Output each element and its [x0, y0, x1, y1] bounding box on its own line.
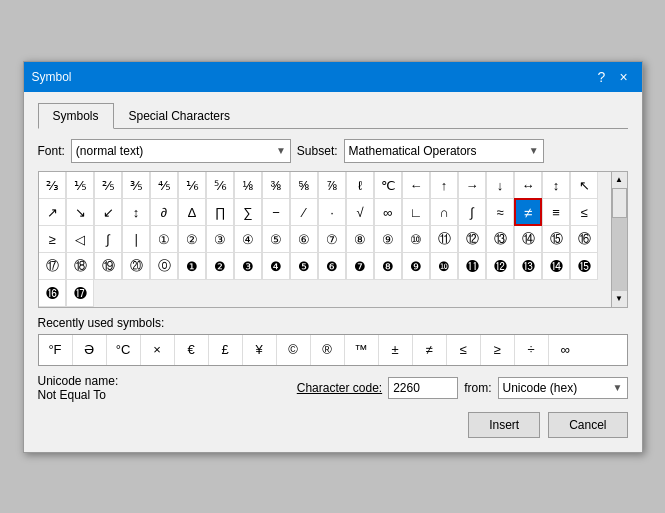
recent-cell[interactable]: ® [311, 335, 345, 365]
cancel-button[interactable]: Cancel [548, 412, 627, 438]
recent-cell[interactable]: ∞ [549, 335, 583, 365]
recent-cell[interactable]: ± [379, 335, 413, 365]
scrollbar[interactable]: ▲ ▼ [611, 171, 628, 308]
symbol-cell[interactable]: ❺ [290, 252, 318, 280]
scroll-up-button[interactable]: ▲ [612, 172, 627, 188]
from-select[interactable]: Unicode (hex) ▼ [498, 377, 628, 399]
symbol-cell[interactable]: ❿ [430, 252, 458, 280]
symbol-cell[interactable]: ④ [234, 225, 262, 253]
symbol-cell[interactable]: ∩ [430, 198, 458, 226]
close-button[interactable]: × [614, 68, 634, 86]
symbol-cell[interactable]: ↙ [94, 198, 122, 226]
recent-cell[interactable]: ≥ [481, 335, 515, 365]
symbol-cell[interactable]: ⑬ [486, 225, 514, 253]
recent-cell[interactable]: € [175, 335, 209, 365]
symbol-cell[interactable]: ❸ [234, 252, 262, 280]
help-button[interactable]: ? [592, 68, 612, 86]
symbol-cell[interactable]: ⑦ [318, 225, 346, 253]
subset-select[interactable]: Mathematical Operators ▼ [344, 139, 544, 163]
symbol-cell[interactable]: ⅖ [94, 171, 122, 199]
scroll-down-button[interactable]: ▼ [612, 291, 627, 307]
symbol-cell[interactable]: ⅚ [206, 171, 234, 199]
scroll-track[interactable] [612, 188, 627, 291]
symbol-cell[interactable]: ❹ [262, 252, 290, 280]
symbol-cell[interactable]: ↔ [514, 171, 542, 199]
recent-cell[interactable]: °F [39, 335, 73, 365]
symbol-cell[interactable]: ⅛ [234, 171, 262, 199]
symbol-cell[interactable]: ❻ [318, 252, 346, 280]
symbol-cell[interactable]: ∙ [318, 198, 346, 226]
symbol-cell[interactable]: ③ [206, 225, 234, 253]
symbol-cell[interactable]: ∕ [290, 198, 318, 226]
symbol-cell[interactable]: ⓯ [570, 252, 598, 280]
symbol-cell[interactable]: ∞ [374, 198, 402, 226]
char-code-input[interactable] [388, 377, 458, 399]
symbol-cell[interactable]: ℃ [374, 171, 402, 199]
symbol-cell[interactable]: ↖ [570, 171, 598, 199]
symbol-cell[interactable]: ⑧ [346, 225, 374, 253]
symbol-cell[interactable]: → [458, 171, 486, 199]
symbol-cell[interactable]: ⑨ [374, 225, 402, 253]
symbol-cell[interactable]: ⓪ [150, 252, 178, 280]
symbol-cell[interactable]: ⅘ [150, 171, 178, 199]
symbol-cell[interactable]: ⑤ [262, 225, 290, 253]
char-code-label[interactable]: Character code: [297, 381, 382, 395]
symbol-cell[interactable]: ≥ [38, 225, 66, 253]
symbol-cell[interactable]: ↘ [66, 198, 94, 226]
symbol-cell[interactable]: − [262, 198, 290, 226]
symbol-cell[interactable]: ⅗ [122, 171, 150, 199]
recent-cell[interactable]: © [277, 335, 311, 365]
symbol-cell[interactable]: ⑱ [66, 252, 94, 280]
symbol-cell[interactable]: ⑪ [430, 225, 458, 253]
symbol-cell[interactable]: ❾ [402, 252, 430, 280]
symbol-cell[interactable]: ↗ [38, 198, 66, 226]
symbol-cell[interactable]: ∣ [122, 225, 150, 253]
symbol-cell[interactable]: ∏ [206, 198, 234, 226]
symbol-cell[interactable]: ⓮ [542, 252, 570, 280]
recent-cell[interactable]: ≤ [447, 335, 481, 365]
symbol-cell[interactable]: ⑮ [542, 225, 570, 253]
recent-cell[interactable]: Ə [73, 335, 107, 365]
symbol-cell[interactable]: ≡ [542, 198, 570, 226]
recent-cell[interactable]: ÷ [515, 335, 549, 365]
symbol-cell[interactable]: ∫ [458, 198, 486, 226]
symbol-cell[interactable]: ◁ [66, 225, 94, 253]
recent-cell[interactable]: °C [107, 335, 141, 365]
symbol-cell[interactable]: ⑲ [94, 252, 122, 280]
recent-cell[interactable]: ¥ [243, 335, 277, 365]
symbol-cell[interactable]: ≠ [514, 198, 542, 226]
symbol-cell[interactable]: ⅝ [290, 171, 318, 199]
symbol-cell[interactable]: ⓭ [514, 252, 542, 280]
symbol-cell[interactable]: √ [346, 198, 374, 226]
symbol-cell[interactable]: ↕ [122, 198, 150, 226]
recent-cell[interactable]: × [141, 335, 175, 365]
symbol-cell[interactable]: ≈ [486, 198, 514, 226]
recent-cell[interactable]: ≠ [413, 335, 447, 365]
symbol-cell[interactable]: ⓬ [486, 252, 514, 280]
symbol-cell[interactable]: ⑩ [402, 225, 430, 253]
symbol-cell[interactable]: ⑫ [458, 225, 486, 253]
symbol-cell[interactable]: ∆ [178, 198, 206, 226]
insert-button[interactable]: Insert [468, 412, 540, 438]
symbol-cell[interactable]: ⅙ [178, 171, 206, 199]
symbol-cell[interactable]: ⅕ [66, 171, 94, 199]
symbol-cell[interactable]: ⓰ [38, 279, 66, 307]
font-select[interactable]: (normal text) ▼ [71, 139, 291, 163]
symbol-cell[interactable]: ← [402, 171, 430, 199]
symbol-cell[interactable]: ⑭ [514, 225, 542, 253]
symbol-cell[interactable]: ⑯ [570, 225, 598, 253]
symbol-cell[interactable]: ❼ [346, 252, 374, 280]
symbol-cell[interactable]: ⑳ [122, 252, 150, 280]
symbol-cell[interactable]: ↕ [542, 171, 570, 199]
symbol-cell[interactable]: ⓱ [66, 279, 94, 307]
symbol-cell[interactable]: ↓ [486, 171, 514, 199]
symbol-cell[interactable]: ② [178, 225, 206, 253]
symbol-cell[interactable]: ≤ [570, 198, 598, 226]
symbol-cell[interactable]: ∫ [94, 225, 122, 253]
symbol-cell[interactable]: ⓫ [458, 252, 486, 280]
symbol-cell[interactable]: ① [150, 225, 178, 253]
scroll-thumb[interactable] [612, 188, 627, 218]
symbol-cell[interactable]: ℓ [346, 171, 374, 199]
symbol-cell[interactable]: ∑ [234, 198, 262, 226]
tab-symbols[interactable]: Symbols [38, 103, 114, 129]
